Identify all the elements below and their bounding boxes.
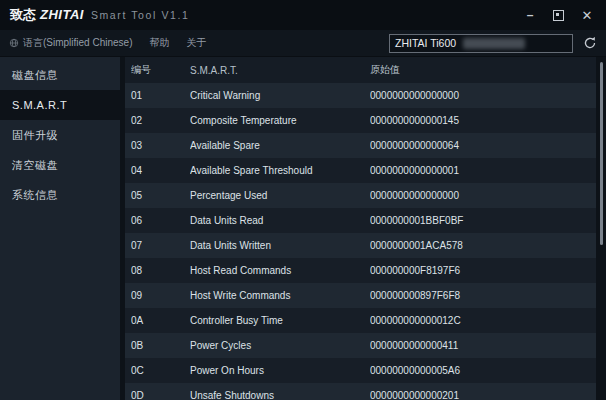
vertical-scrollbar[interactable] <box>600 62 603 245</box>
device-name: ZHITAI Ti600 <box>395 37 456 49</box>
table-row[interactable]: 02Composite Temperature0000000000000145 <box>125 108 596 133</box>
row-number: 08 <box>131 265 190 276</box>
raw-value: 0000000000000064 <box>370 140 596 151</box>
row-number: 04 <box>131 165 190 176</box>
row-number: 01 <box>131 90 190 101</box>
raw-value: 0000000000000201 <box>370 390 596 400</box>
raw-value: 000000000897F6F8 <box>370 290 596 301</box>
smart-attribute: Power Cycles <box>190 340 370 351</box>
row-number: 07 <box>131 240 190 251</box>
sidebar-item-label: 固件升级 <box>12 128 58 143</box>
table-row[interactable]: 03Available Spare0000000000000064 <box>125 133 596 158</box>
table-row[interactable]: 0BPower Cycles0000000000000411 <box>125 333 596 358</box>
table-row[interactable]: 04Available Spare Threshould000000000000… <box>125 158 596 183</box>
row-number: 03 <box>131 140 190 151</box>
smart-attribute: Controller Busy Time <box>190 315 370 326</box>
raw-value: 0000000001BBF0BF <box>370 215 596 226</box>
table-row[interactable]: 05Percentage Used0000000000000000 <box>125 183 596 208</box>
table-body: 01Critical Warning000000000000000002Comp… <box>125 83 596 400</box>
sidebar-item-smart[interactable]: S.M.A.R.T <box>0 90 120 120</box>
smart-attribute: Power On Hours <box>190 365 370 376</box>
maximize-icon[interactable] <box>553 10 564 21</box>
sidebar-item-erase-disk[interactable]: 清空磁盘 <box>0 150 120 180</box>
close-icon[interactable]: ✕ <box>580 8 594 22</box>
sidebar-item-label: 磁盘信息 <box>12 68 58 83</box>
raw-value: 0000000000000000 <box>370 90 596 101</box>
sidebar-item-label: S.M.A.R.T <box>12 99 67 111</box>
refresh-icon <box>583 36 597 50</box>
smart-attribute: Data Units Read <box>190 215 370 226</box>
raw-value: 00000000000005A6 <box>370 365 596 376</box>
device-selector[interactable]: ZHITAI Ti600 <box>389 34 573 53</box>
content: 磁盘信息S.M.A.R.T固件升级清空磁盘系统信息 编号 S.M.A.R.T. … <box>0 57 606 400</box>
titlebar: 致态ZHITAI Smart Tool V1.1 – ✕ <box>0 0 606 30</box>
raw-value: 0000000000000411 <box>370 340 596 351</box>
minimize-icon[interactable]: – <box>523 8 537 22</box>
sidebar-item-label: 系统信息 <box>12 188 58 203</box>
window-controls: – ✕ <box>523 8 594 22</box>
table-header: 编号 S.M.A.R.T. 原始值 <box>125 57 596 83</box>
app-window: 致态ZHITAI Smart Tool V1.1 – ✕ 语言(Simplifi… <box>0 0 606 400</box>
table-row[interactable]: 0CPower On Hours00000000000005A6 <box>125 358 596 383</box>
row-number: 0B <box>131 340 190 351</box>
smart-attribute: Critical Warning <box>190 90 370 101</box>
row-number: 06 <box>131 215 190 226</box>
row-number: 0D <box>131 390 190 400</box>
row-number: 02 <box>131 115 190 126</box>
menu-help-label: 帮助 <box>149 36 169 50</box>
sidebar-item-label: 清空磁盘 <box>12 158 58 173</box>
sidebar-item-firmware-upgrade[interactable]: 固件升级 <box>0 120 120 150</box>
menu-about[interactable]: 关于 <box>186 36 206 50</box>
row-number: 05 <box>131 190 190 201</box>
sidebar-item-system-info[interactable]: 系统信息 <box>0 180 120 210</box>
device-area: ZHITAI Ti600 <box>389 34 597 53</box>
table-row[interactable]: 07Data Units Written0000000001ACA578 <box>125 233 596 258</box>
smart-attribute: Data Units Written <box>190 240 370 251</box>
menubar: 语言(Simplified Chinese) 帮助 关于 ZHITAI Ti60… <box>0 30 606 57</box>
menu-language-label: 语言(Simplified Chinese) <box>23 36 132 50</box>
smart-attribute: Unsafe Shutdowns <box>190 390 370 400</box>
smart-attribute: Percentage Used <box>190 190 370 201</box>
row-number: 0A <box>131 315 190 326</box>
raw-value: 0000000001ACA578 <box>370 240 596 251</box>
row-number: 0C <box>131 365 190 376</box>
redacted-serial <box>463 38 525 49</box>
raw-value: 0000000000000145 <box>370 115 596 126</box>
menu-language[interactable]: 语言(Simplified Chinese) <box>9 36 132 50</box>
app-title: Smart Tool V1.1 <box>91 9 190 21</box>
menu-items: 语言(Simplified Chinese) 帮助 关于 <box>9 36 206 50</box>
smart-panel: 编号 S.M.A.R.T. 原始值 01Critical Warning0000… <box>120 57 606 400</box>
column-header-smart: S.M.A.R.T. <box>190 65 370 76</box>
table-row[interactable]: 0DUnsafe Shutdowns0000000000000201 <box>125 383 596 400</box>
column-header-rawvalue: 原始值 <box>370 63 596 77</box>
raw-value: 0000000000000001 <box>370 165 596 176</box>
table-row[interactable]: 09Host Write Commands000000000897F6F8 <box>125 283 596 308</box>
raw-value: 000000000F8197F6 <box>370 265 596 276</box>
table-row[interactable]: 08Host Read Commands000000000F8197F6 <box>125 258 596 283</box>
globe-icon <box>9 38 19 48</box>
smart-attribute: Available Spare Threshould <box>190 165 370 176</box>
table-row[interactable]: 0AController Busy Time000000000000012C <box>125 308 596 333</box>
raw-value: 0000000000000000 <box>370 190 596 201</box>
table-row[interactable]: 01Critical Warning0000000000000000 <box>125 83 596 108</box>
smart-attribute: Host Write Commands <box>190 290 370 301</box>
smart-attribute: Host Read Commands <box>190 265 370 276</box>
smart-attribute: Composite Temperature <box>190 115 370 126</box>
menu-about-label: 关于 <box>186 36 206 50</box>
brand-en: ZHITAI <box>40 7 84 22</box>
refresh-button[interactable] <box>582 36 597 51</box>
sidebar: 磁盘信息S.M.A.R.T固件升级清空磁盘系统信息 <box>0 57 120 400</box>
column-header-number: 编号 <box>131 63 190 77</box>
row-number: 09 <box>131 290 190 301</box>
menu-help[interactable]: 帮助 <box>149 36 169 50</box>
app-logo: 致态ZHITAI Smart Tool V1.1 <box>10 6 189 24</box>
smart-attribute: Available Spare <box>190 140 370 151</box>
sidebar-item-disk-info[interactable]: 磁盘信息 <box>0 60 120 90</box>
table-row[interactable]: 06Data Units Read0000000001BBF0BF <box>125 208 596 233</box>
brand-cn: 致态 <box>10 6 36 24</box>
raw-value: 000000000000012C <box>370 315 596 326</box>
